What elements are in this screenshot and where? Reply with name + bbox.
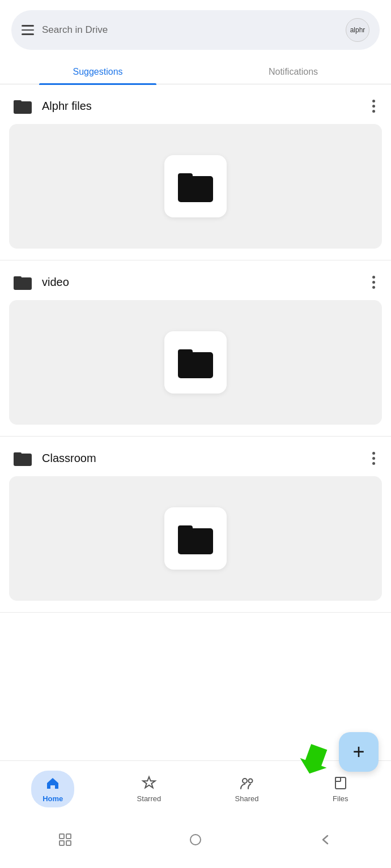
search-bar-container: Search in Drive alphr bbox=[0, 0, 391, 55]
sys-nav-recents[interactable] bbox=[58, 832, 73, 847]
more-options-classroom[interactable] bbox=[369, 448, 379, 468]
arrow-indicator bbox=[295, 742, 329, 779]
svg-rect-11 bbox=[178, 525, 193, 532]
search-placeholder[interactable]: Search in Drive bbox=[42, 24, 338, 36]
shared-icon bbox=[239, 775, 255, 791]
svg-rect-3 bbox=[178, 173, 193, 180]
sys-nav-home[interactable] bbox=[188, 832, 203, 847]
svg-point-21 bbox=[190, 835, 201, 845]
svg-rect-17 bbox=[60, 834, 64, 839]
folder-name-alphr-files[interactable]: Alphr files bbox=[42, 100, 360, 113]
svg-rect-9 bbox=[14, 452, 22, 456]
folder-header-classroom: Classroom bbox=[0, 437, 391, 476]
more-options-video[interactable] bbox=[369, 272, 379, 292]
home-icon bbox=[45, 775, 61, 791]
folder-small-icon-video bbox=[12, 272, 33, 292]
svg-rect-20 bbox=[66, 841, 71, 845]
svg-rect-19 bbox=[60, 841, 64, 845]
folder-preview-classroom[interactable] bbox=[9, 476, 382, 601]
svg-rect-18 bbox=[66, 834, 71, 839]
tabs-container: Suggestions Notifications bbox=[0, 59, 391, 84]
search-bar[interactable]: Search in Drive alphr bbox=[11, 10, 380, 50]
svg-rect-1 bbox=[14, 100, 22, 104]
tab-suggestions[interactable]: Suggestions bbox=[0, 59, 196, 84]
folder-section-alphr-files: Alphr files bbox=[0, 84, 391, 260]
nav-item-starred[interactable]: Starred bbox=[126, 771, 173, 807]
nav-label-home: Home bbox=[42, 794, 63, 803]
svg-point-14 bbox=[248, 779, 252, 783]
sys-nav-back[interactable] bbox=[318, 832, 333, 847]
system-nav-bar bbox=[0, 817, 391, 868]
nav-item-home[interactable]: Home bbox=[31, 771, 74, 807]
star-icon bbox=[141, 775, 157, 791]
nav-label-shared: Shared bbox=[235, 794, 259, 803]
folder-name-classroom[interactable]: Classroom bbox=[42, 452, 360, 465]
folder-thumbnail-classroom bbox=[164, 507, 227, 570]
svg-rect-5 bbox=[14, 276, 22, 280]
folder-preview-video[interactable] bbox=[9, 300, 382, 425]
avatar[interactable]: alphr bbox=[346, 18, 369, 42]
tab-notifications[interactable]: Notifications bbox=[196, 59, 391, 84]
folder-name-video[interactable]: video bbox=[42, 276, 360, 289]
folder-section-video: video bbox=[0, 260, 391, 437]
hamburger-menu-icon[interactable] bbox=[22, 25, 34, 35]
folder-small-icon-classroom bbox=[12, 448, 33, 468]
folder-section-classroom: Classroom bbox=[0, 437, 391, 613]
folder-header-video: video bbox=[0, 260, 391, 300]
content-area: Alphr files vid bbox=[0, 84, 391, 794]
fab-add-button[interactable]: + bbox=[339, 732, 379, 772]
folder-header-alphr-files: Alphr files bbox=[0, 84, 391, 124]
folder-thumbnail-alphr-files bbox=[164, 155, 227, 217]
folder-thumbnail-video bbox=[164, 331, 227, 394]
more-options-alphr-files[interactable] bbox=[369, 96, 379, 116]
folder-small-icon bbox=[12, 96, 33, 116]
fab-plus-icon: + bbox=[352, 742, 364, 762]
nav-item-shared[interactable]: Shared bbox=[224, 771, 270, 807]
svg-rect-7 bbox=[178, 349, 193, 356]
folder-preview-alphr-files[interactable] bbox=[9, 124, 382, 249]
nav-label-starred: Starred bbox=[137, 794, 162, 803]
nav-label-files: Files bbox=[333, 794, 348, 803]
svg-point-13 bbox=[243, 779, 247, 783]
svg-marker-12 bbox=[296, 742, 329, 776]
files-icon bbox=[333, 775, 348, 791]
bottom-nav: Home Starred Shared Fil bbox=[0, 760, 391, 817]
